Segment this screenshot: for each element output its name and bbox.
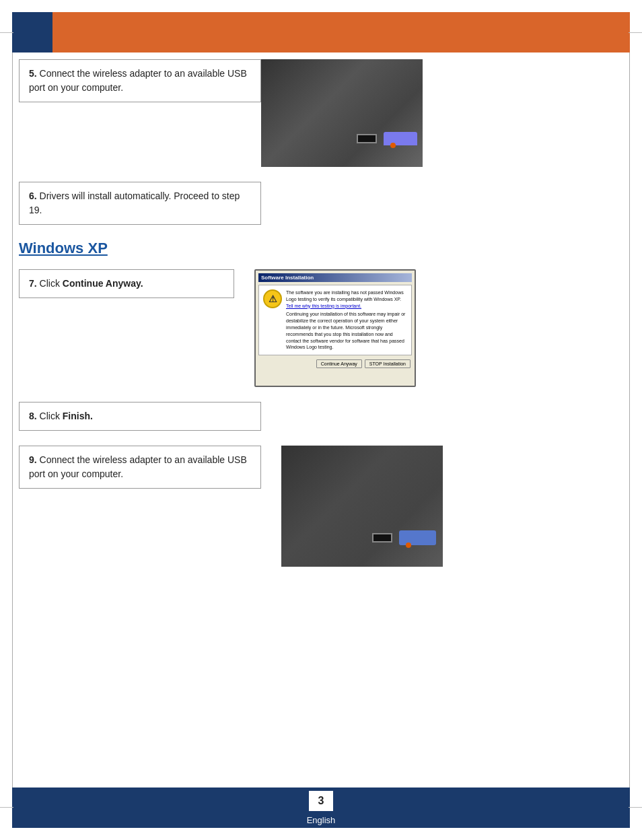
top-banner-blue-box (12, 12, 52, 53)
step-5-text: Connect the wireless adapter to an avail… (29, 68, 247, 93)
step-7-number: 7. (29, 278, 37, 289)
step-6-number: 6. (29, 190, 37, 201)
stop-installation-button[interactable]: STOP Installation (365, 359, 411, 368)
dot-indicator-2 (406, 542, 411, 548)
usb-port-2 (372, 533, 392, 542)
step-7-row: 7. Click Continue Anyway. Software Insta… (19, 269, 623, 387)
step-5-box: 5. Connect the wireless adapter to an av… (19, 59, 261, 102)
corner-line-tr (629, 32, 642, 33)
content-area: 5. Connect the wireless adapter to an av… (19, 59, 623, 781)
step-9-image (281, 446, 443, 567)
step-5-number: 5. (29, 68, 37, 79)
corner-line-bl (0, 807, 13, 808)
corner-line-tl (0, 32, 13, 33)
step-5-image (261, 59, 423, 167)
step-8-number: 8. (29, 411, 37, 421)
step-6-box: 6. Drivers will install automatically. P… (19, 182, 261, 225)
step-9-text: Connect the wireless adapter to an avail… (29, 454, 247, 479)
step-8-box: 8. Click Finish. (19, 402, 261, 431)
top-banner (12, 12, 630, 53)
step-9-box: 9. Connect the wireless adapter to an av… (19, 446, 261, 489)
dialog-titlebar: Software Installation (258, 273, 412, 282)
corner-line-br (629, 807, 642, 808)
software-installation-dialog: Software Installation ⚠ The software you… (254, 269, 416, 387)
usb-port (357, 134, 377, 143)
usb-device-2 (399, 530, 436, 545)
step-8-prefix: Click (40, 411, 63, 421)
page-number: 3 (309, 791, 333, 811)
step-5-row: 5. Connect the wireless adapter to an av… (19, 59, 623, 167)
bottom-bar: 3 English (12, 788, 630, 828)
usb-device (384, 132, 417, 145)
bottom-bar-content: 3 English (307, 791, 336, 825)
dialog-buttons: Continue Anyway STOP Installation (258, 358, 412, 370)
step-9-row: 9. Connect the wireless adapter to an av… (19, 446, 623, 567)
dot-indicator (390, 143, 396, 148)
dialog-body: ⚠ The software you are installing has no… (258, 285, 412, 355)
dialog-warning-icon: ⚠ (263, 289, 282, 308)
step-7-prefix: Click (40, 278, 63, 289)
step-8-row: 8. Click Finish. (19, 402, 623, 431)
step-7-box: 7. Click Continue Anyway. (19, 269, 234, 298)
continue-anyway-button[interactable]: Continue Anyway (316, 359, 362, 368)
step-6-text: Drivers will install automatically. Proc… (29, 190, 240, 215)
language-label: English (307, 815, 336, 825)
windows-xp-title: Windows XP (19, 240, 623, 257)
step-7-bold: Continue Anyway. (63, 278, 143, 289)
dialog-link: Tell me why this testing is important. (286, 304, 361, 308)
step-9-number: 9. (29, 454, 37, 465)
dialog-text: The software you are installing has not … (286, 289, 407, 351)
step-8-bold: Finish. (63, 411, 93, 421)
step-6-row: 6. Drivers will install automatically. P… (19, 182, 623, 225)
